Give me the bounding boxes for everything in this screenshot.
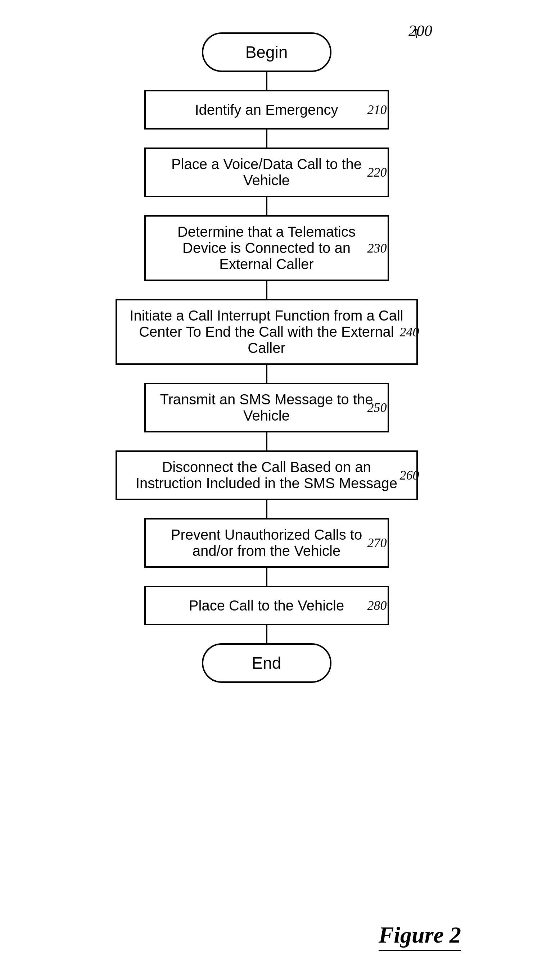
step210-label: 210 xyxy=(368,102,387,117)
step260-node: Disconnect the Call Based on an Instruct… xyxy=(116,450,418,500)
step270-label: 270 xyxy=(368,535,387,550)
connector-9 xyxy=(266,625,267,643)
step240-label: 240 xyxy=(400,325,419,340)
step270-text: Prevent Unauthorized Calls to and/or fro… xyxy=(157,527,377,559)
step220-node: Place a Voice/Data Call to the Vehicle xyxy=(144,148,389,197)
diagram-container: 200 ↖ Begin Identify an Emergency 210 Pl… xyxy=(0,0,533,980)
step260-wrapper: Disconnect the Call Based on an Instruct… xyxy=(116,450,418,500)
step220-wrapper: Place a Voice/Data Call to the Vehicle 2… xyxy=(144,148,389,197)
step280-node: Place Call to the Vehicle xyxy=(144,586,389,625)
step230-wrapper: Determine that a Telematics Device is Co… xyxy=(144,215,389,281)
step250-label: 250 xyxy=(368,400,387,415)
step250-node: Transmit an SMS Message to the Vehicle xyxy=(144,383,389,433)
connector-7 xyxy=(266,500,267,518)
step240-node: Initiate a Call Interrupt Function from … xyxy=(116,299,418,365)
step230-label: 230 xyxy=(368,241,387,256)
step280-text: Place Call to the Vehicle xyxy=(189,598,344,614)
begin-node-wrapper: Begin xyxy=(202,32,331,72)
step230-text: Determine that a Telematics Device is Co… xyxy=(157,224,377,272)
step270-node: Prevent Unauthorized Calls to and/or fro… xyxy=(144,518,389,568)
end-label: End xyxy=(252,653,282,673)
connector-4 xyxy=(266,281,267,299)
connector-2 xyxy=(266,129,267,148)
connector-8 xyxy=(266,568,267,586)
step220-label: 220 xyxy=(368,165,387,180)
step230-node: Determine that a Telematics Device is Co… xyxy=(144,215,389,281)
step250-wrapper: Transmit an SMS Message to the Vehicle 2… xyxy=(144,383,389,433)
connector-3 xyxy=(266,197,267,215)
step260-text: Disconnect the Call Based on an Instruct… xyxy=(128,459,406,492)
step210-wrapper: Identify an Emergency 210 xyxy=(144,90,389,129)
begin-terminal: Begin xyxy=(202,32,331,72)
step270-wrapper: Prevent Unauthorized Calls to and/or fro… xyxy=(144,518,389,568)
flowchart: Begin Identify an Emergency 210 Place a … xyxy=(0,22,533,683)
step220-text: Place a Voice/Data Call to the Vehicle xyxy=(157,156,377,189)
connector-5 xyxy=(266,365,267,383)
begin-label: Begin xyxy=(245,43,288,62)
step280-label: 280 xyxy=(368,598,387,613)
end-terminal: End xyxy=(202,643,331,683)
step280-wrapper: Place Call to the Vehicle 280 xyxy=(144,586,389,625)
step250-text: Transmit an SMS Message to the Vehicle xyxy=(157,391,377,424)
connector-6 xyxy=(266,433,267,450)
step240-wrapper: Initiate a Call Interrupt Function from … xyxy=(116,299,418,365)
step210-text: Identify an Emergency xyxy=(195,102,338,118)
end-node-wrapper: End xyxy=(202,643,331,683)
step210-node: Identify an Emergency xyxy=(144,90,389,129)
step260-label: 260 xyxy=(400,468,419,483)
step240-text: Initiate a Call Interrupt Function from … xyxy=(128,308,406,356)
connector-1 xyxy=(266,72,267,90)
figure-label: Figure 2 xyxy=(379,922,461,951)
